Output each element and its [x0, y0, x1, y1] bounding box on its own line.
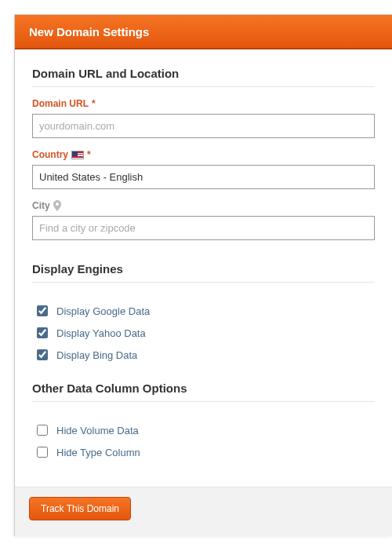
- engines-list: Display Google Data Display Yahoo Data D…: [32, 294, 375, 382]
- checkbox-row-hide-type[interactable]: Hide Type Column: [34, 444, 375, 460]
- section-title-url-location: Domain URL and Location: [32, 67, 375, 83]
- columns-list: Hide Volume Data Hide Type Column: [32, 413, 375, 479]
- country-label: Country *: [32, 149, 375, 160]
- divider: [32, 282, 375, 283]
- checkbox-bing[interactable]: [37, 349, 48, 360]
- divider: [32, 401, 375, 402]
- city-label: City: [32, 200, 375, 211]
- field-country: Country *: [32, 149, 375, 189]
- checkbox-yahoo[interactable]: [37, 327, 48, 338]
- section-title-engines: Display Engines: [32, 262, 375, 279]
- us-flag-icon: [71, 151, 84, 159]
- field-city: City: [32, 200, 375, 240]
- section-title-columns: Other Data Column Options: [32, 382, 375, 398]
- checkbox-label: Display Google Data: [56, 305, 150, 317]
- field-domain-url: Domain URL*: [32, 98, 375, 138]
- map-pin-icon: [53, 200, 61, 211]
- checkbox-label: Display Yahoo Data: [56, 327, 146, 339]
- domain-url-input[interactable]: [32, 114, 375, 138]
- required-asterisk: *: [92, 98, 96, 109]
- city-input[interactable]: [32, 216, 375, 240]
- track-domain-button[interactable]: Track This Domain: [29, 497, 131, 520]
- checkbox-label: Hide Type Column: [56, 447, 140, 458]
- checkbox-hide-type[interactable]: [37, 447, 48, 458]
- required-asterisk: *: [87, 149, 91, 160]
- panel-title: New Domain Settings: [29, 25, 149, 38]
- settings-panel: New Domain Settings Domain URL and Locat…: [14, 14, 392, 536]
- divider: [32, 86, 375, 87]
- checkbox-row-yahoo[interactable]: Display Yahoo Data: [34, 325, 375, 341]
- domain-url-label: Domain URL*: [32, 98, 375, 109]
- checkbox-row-hide-volume[interactable]: Hide Volume Data: [34, 422, 375, 438]
- checkbox-label: Hide Volume Data: [56, 425, 139, 436]
- country-input[interactable]: [32, 165, 375, 189]
- checkbox-row-google[interactable]: Display Google Data: [34, 303, 375, 319]
- panel-footer: Track This Domain: [15, 487, 392, 536]
- panel-body: Domain URL and Location Domain URL* Coun…: [15, 49, 392, 487]
- checkbox-google[interactable]: [37, 305, 48, 316]
- checkbox-label: Display Bing Data: [56, 349, 137, 361]
- panel-header: New Domain Settings: [15, 15, 392, 49]
- checkbox-row-bing[interactable]: Display Bing Data: [34, 347, 375, 363]
- checkbox-hide-volume[interactable]: [37, 425, 48, 436]
